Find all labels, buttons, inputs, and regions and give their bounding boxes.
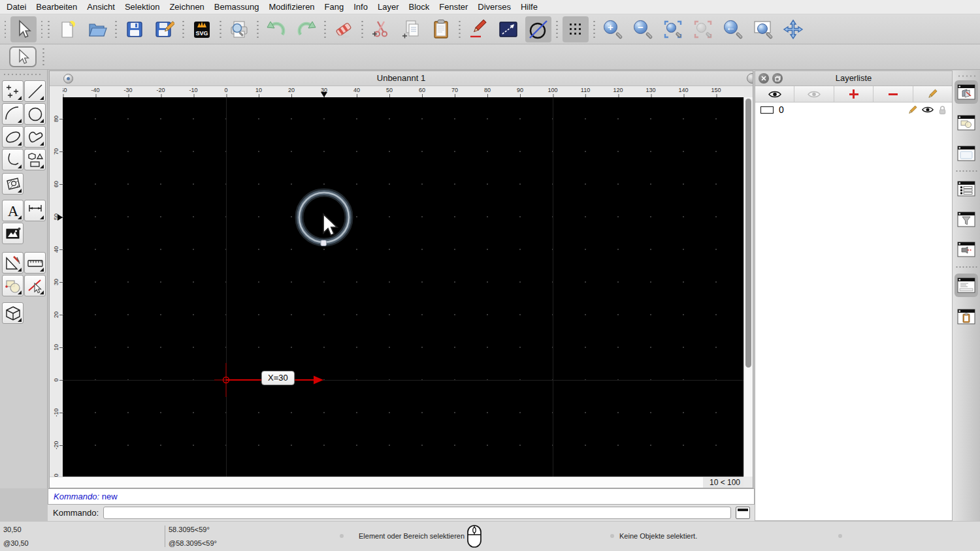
panel-toggle-layer-list[interactable] [955,80,978,104]
trim-tool-button[interactable] [24,275,46,296]
ruler-label: -30 [123,87,132,97]
line-tool-button[interactable] [24,80,46,102]
vertical-scrollbar-thumb[interactable] [745,99,751,368]
panel-toggle-block-list[interactable] [955,111,978,134]
svg-export-button[interactable]: SVG [189,16,215,42]
menu-item[interactable]: Fenster [439,2,468,12]
tool-options-toolbar [0,44,980,70]
layer-row[interactable]: 0 [755,102,952,117]
image-tool-button[interactable] [2,223,24,244]
ruler-label: -40 [91,87,99,97]
layer-visibility-toggle[interactable] [922,106,934,114]
paste-button[interactable] [428,16,454,42]
panel-toggle-selection-filter[interactable] [955,208,978,231]
menu-item[interactable]: Bearbeiten [36,2,77,12]
menu-item[interactable]: Block [408,2,429,12]
vertical-scrollbar[interactable] [743,97,753,477]
menu-item[interactable]: Datei [7,2,26,12]
horizontal-scrollbar[interactable]: 10 < 100 [50,477,743,488]
svg-logo-icon: SVG [192,19,212,40]
ruler-label: 0 [50,376,63,384]
shape-tool-button[interactable] [24,149,46,170]
toolbar-drag-handle[interactable] [3,18,7,40]
draw-misc-tool-button[interactable] [2,252,24,274]
panel-toggle-command-line[interactable] [955,274,978,297]
spline-tool-button[interactable] [24,126,46,148]
coordinate-relative: @30,50 [3,539,29,547]
point-tool-button[interactable] [2,80,24,102]
menu-item[interactable]: Modifizieren [269,2,315,12]
command-input[interactable] [103,507,731,519]
hatch-tool-button[interactable] [2,173,24,195]
save-button[interactable] [122,16,148,42]
add-layer-button[interactable] [834,86,874,102]
solid-tool-button[interactable] [2,302,24,324]
undo-button[interactable] [263,16,289,42]
zoom-selection-button[interactable] [690,16,716,42]
toolbar-drag-handle[interactable] [40,18,44,40]
command-window-toggle-button[interactable] [736,507,750,519]
auto-zoom-button[interactable] [660,16,686,42]
palette-drag-handle[interactable] [3,72,43,76]
polyline-tool-button[interactable] [2,149,24,170]
show-all-layers-button[interactable] [755,86,794,102]
active-tool-indicator[interactable] [9,46,37,67]
ellipse-tool-button[interactable] [2,126,24,148]
print-preview-button[interactable] [226,16,252,42]
drawing-canvas[interactable]: X=30 [63,97,743,477]
layer-panel-titlebar: Layerliste [755,71,952,86]
circle-entity[interactable] [288,181,360,253]
edit-layer-button[interactable] [913,86,952,102]
circle-tool-button[interactable] [24,103,46,125]
grid-toggle-button[interactable] [563,16,589,42]
panel-toggle-clipboard[interactable] [955,305,978,328]
display-mode-button[interactable] [495,16,521,42]
document-titlebar[interactable]: Unbenannt 1 [50,71,753,86]
window-corner-button[interactable] [747,73,753,84]
dimension-tool-button[interactable] [24,200,46,221]
ruler-label: -20 [50,441,63,449]
menu-item[interactable]: Fang [325,2,344,12]
layer-color-swatch[interactable] [760,106,774,114]
text-tool-button[interactable]: A [2,200,24,221]
block-list-window-icon [957,115,975,131]
menu-item[interactable]: Layer [378,2,399,12]
menu-item[interactable]: Info [353,2,368,12]
zoom-window-button[interactable] [750,16,776,42]
selection-tool-button[interactable] [10,16,37,42]
undo-arrow-icon [266,20,287,39]
hide-all-layers-button[interactable] [794,86,834,102]
menu-item[interactable]: Hilfe [521,2,538,12]
arc-tool-button[interactable] [2,103,24,125]
copy-button[interactable] [398,16,424,42]
cut-button[interactable] [368,16,394,42]
measure-tool-button[interactable] [24,252,46,274]
redo-button[interactable] [293,16,319,42]
menu-item[interactable]: Bemassung [214,2,259,12]
open-file-button[interactable] [84,16,110,42]
menu-item[interactable]: Ansicht [87,2,115,12]
remove-layer-button[interactable] [874,86,913,102]
pan-button[interactable] [780,16,806,42]
menu-item[interactable]: Zeichnen [169,2,204,12]
save-as-button[interactable] [152,16,178,42]
menu-item[interactable]: Diverses [478,2,511,12]
layer-edit-button[interactable] [907,105,917,115]
spline-tool-icon [27,129,44,146]
layer-lock-toggle[interactable] [938,105,947,115]
strip-drag-handle[interactable] [957,74,975,78]
edit-pencil-button[interactable] [465,16,491,42]
panel-toggle-view-list[interactable] [955,177,978,200]
panel-toggle-property-editor[interactable] [955,142,978,165]
menu-item[interactable]: Selektion [125,2,159,12]
modify-tool-button[interactable] [2,275,24,296]
reference-point-handle[interactable] [321,240,327,246]
zoom-out-button[interactable]: − [630,16,656,42]
new-file-button[interactable] [54,16,80,42]
panel-toggle-flashlight[interactable] [955,238,978,261]
previous-view-button[interactable]: ← [720,16,746,42]
eraser-button[interactable] [331,16,357,42]
zoom-in-button[interactable]: + [600,16,626,42]
ruler-label: 90 [517,87,523,97]
draft-mode-button[interactable] [525,16,551,42]
